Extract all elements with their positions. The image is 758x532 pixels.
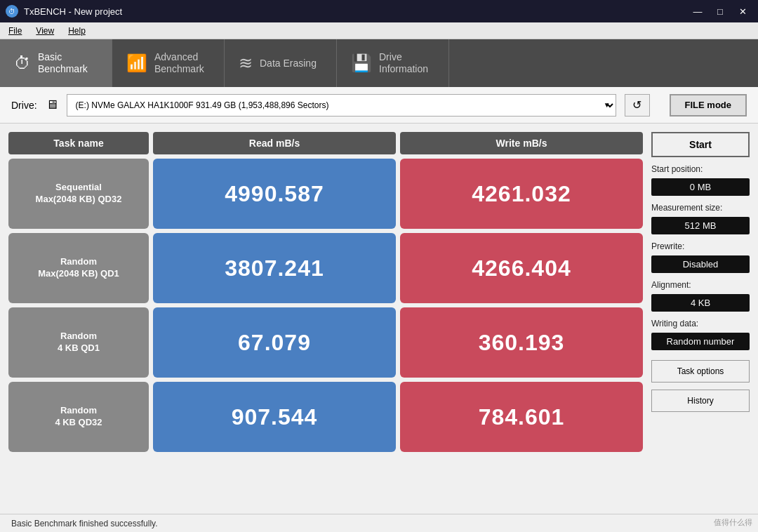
right-panel: Start Start position: 0 MB Measurement s… <box>651 132 750 505</box>
main-content: Task name Read mB/s Write mB/s Sequentia… <box>0 124 758 514</box>
start-position-label: Start position: <box>651 164 750 174</box>
tab-advanced-benchmark-label: AdvancedBenchmark <box>154 51 204 75</box>
start-button[interactable]: Start <box>651 132 750 157</box>
header-read: Read mB/s <box>153 132 396 154</box>
title-bar: ⏱ TxBENCH - New project — □ ✕ <box>0 0 758 22</box>
write-value-random-qd1: 4266.404 <box>400 233 643 303</box>
write-value-random-4kb-qd1: 360.193 <box>400 307 643 378</box>
tab-advanced-benchmark[interactable]: 📶 AdvancedBenchmark <box>112 39 225 87</box>
measurement-size-value: 512 MB <box>651 217 750 234</box>
header-write: Write mB/s <box>400 132 643 154</box>
close-button[interactable]: ✕ <box>733 4 752 19</box>
drive-information-icon: 💾 <box>351 53 372 73</box>
table-row: SequentialMax(2048 KB) QD32 4990.587 426… <box>8 159 643 229</box>
tab-data-erasing-label: Data Erasing <box>260 58 317 69</box>
drive-refresh-button[interactable]: ↺ <box>625 94 650 117</box>
menu-help[interactable]: Help <box>65 25 88 37</box>
watermark: 值得什么得 <box>714 517 752 528</box>
advanced-benchmark-icon: 📶 <box>126 53 147 73</box>
drive-select[interactable]: (E:) NVMe GALAX HA1K1000F 931.49 GB (1,9… <box>67 94 616 117</box>
drive-label: Drive: <box>11 100 37 111</box>
file-mode-button[interactable]: FILE mode <box>670 94 747 117</box>
tab-basic-benchmark-label: BasicBenchmark <box>38 51 88 75</box>
prewrite-label: Prewrite: <box>651 241 750 251</box>
status-text: Basic Benchmark finished successfully. <box>11 519 158 528</box>
task-name-sequential-qd32: SequentialMax(2048 KB) QD32 <box>8 159 149 229</box>
minimize-button[interactable]: — <box>688 4 707 19</box>
writing-data-value: Random number <box>651 333 750 350</box>
window-controls: — □ ✕ <box>688 4 752 19</box>
table-row: RandomMax(2048 KB) QD1 3807.241 4266.404 <box>8 233 643 303</box>
task-name-random-qd1: RandomMax(2048 KB) QD1 <box>8 233 149 303</box>
benchmark-header: Task name Read mB/s Write mB/s <box>8 132 643 154</box>
start-position-value: 0 MB <box>651 178 750 196</box>
tab-drive-information-label: DriveInformation <box>379 51 428 75</box>
history-button[interactable]: History <box>651 390 750 412</box>
write-value-random-4kb-qd32: 784.601 <box>400 382 643 452</box>
menu-view[interactable]: View <box>33 25 57 37</box>
read-value-random-qd1: 3807.241 <box>153 233 396 303</box>
menu-file[interactable]: File <box>6 25 25 37</box>
task-name-random-4kb-qd32: Random4 KB QD32 <box>8 382 149 452</box>
drive-select-wrapper[interactable]: (E:) NVMe GALAX HA1K1000F 931.49 GB (1,9… <box>67 94 616 117</box>
write-value-sequential-qd32: 4261.032 <box>400 159 643 229</box>
tab-data-erasing[interactable]: ≋ Data Erasing <box>225 39 337 87</box>
status-bar: Basic Benchmark finished successfully. <box>0 514 758 532</box>
read-value-random-4kb-qd1: 67.079 <box>153 307 396 378</box>
maximize-button[interactable]: □ <box>710 4 730 19</box>
basic-benchmark-icon: ⏱ <box>14 53 31 73</box>
measurement-size-label: Measurement size: <box>651 203 750 213</box>
tab-basic-benchmark[interactable]: ⏱ BasicBenchmark <box>0 39 112 87</box>
alignment-label: Alignment: <box>651 280 750 290</box>
read-value-random-4kb-qd32: 907.544 <box>153 382 396 452</box>
window-title: TxBENCH - New project <box>24 6 122 17</box>
read-value-sequential-qd32: 4990.587 <box>153 159 396 229</box>
drive-disk-icon: 🖥 <box>46 98 58 112</box>
drive-bar: Drive: 🖥 (E:) NVMe GALAX HA1K1000F 931.4… <box>0 87 758 124</box>
task-name-random-4kb-qd1: Random4 KB QD1 <box>8 307 149 378</box>
writing-data-label: Writing data: <box>651 319 750 328</box>
app-icon: ⏱ <box>6 5 18 18</box>
task-options-button[interactable]: Task options <box>651 360 750 383</box>
table-row: Random4 KB QD1 67.079 360.193 <box>8 307 643 378</box>
alignment-value: 4 KB <box>651 294 750 312</box>
benchmark-table: Task name Read mB/s Write mB/s Sequentia… <box>8 132 643 505</box>
menu-bar: File View Help <box>0 22 758 39</box>
data-erasing-icon: ≋ <box>239 53 253 73</box>
header-task-name: Task name <box>8 132 149 154</box>
tab-bar: ⏱ BasicBenchmark 📶 AdvancedBenchmark ≋ D… <box>0 39 758 87</box>
tab-drive-information[interactable]: 💾 DriveInformation <box>337 39 449 87</box>
prewrite-value: Disabled <box>651 255 750 273</box>
table-row: Random4 KB QD32 907.544 784.601 <box>8 382 643 452</box>
